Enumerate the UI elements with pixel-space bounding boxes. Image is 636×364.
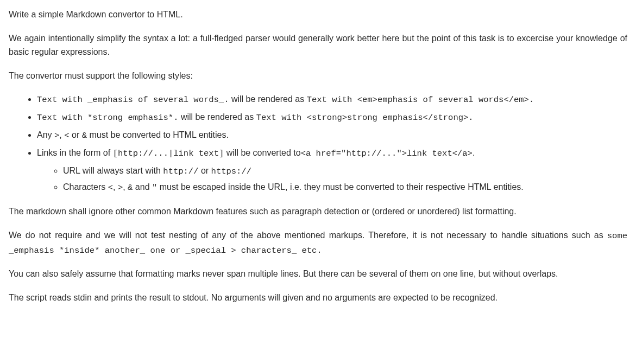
code-quote: " <box>152 183 157 193</box>
code-lt2: < <box>108 183 113 193</box>
code-gt: > <box>54 131 59 141</box>
text: must be escaped inside the URL, i.e. the… <box>157 182 523 191</box>
code-amp: & <box>82 131 87 141</box>
text: URL will always start with <box>63 166 163 175</box>
styles-list: Text with _emphasis of several words_. w… <box>9 92 627 195</box>
paragraph-simplify: We again intentionally simplify the synt… <box>9 31 627 59</box>
paragraph-styles-heading: The convertor must support the following… <box>9 69 627 83</box>
paragraph-ignore: The markdown shall ignore other common M… <box>9 205 627 219</box>
link-subitem-escape: Characters <, >, & and " must be escaped… <box>63 180 627 195</box>
code-emphasis-out: Text with <em>emphasis of several words<… <box>307 95 534 105</box>
style-item-links: Links in the form of [http://...|link te… <box>37 146 627 195</box>
text: , <box>59 130 64 139</box>
paragraph-nesting: We do not require and we will not test n… <box>9 228 627 258</box>
text: , <box>123 182 128 191</box>
links-sublist: URL will always start with http:// or ht… <box>37 164 627 195</box>
paragraph-intro: Write a simple Markdown convertor to HTM… <box>9 8 627 22</box>
code-link-out: <a href="http://...">link text</a> <box>301 149 473 158</box>
text: will be rendered as <box>178 112 256 122</box>
code-link-src: [http://...|link text] <box>113 149 224 158</box>
code-gt2: > <box>118 183 123 193</box>
code-https: https:// <box>211 167 251 176</box>
text: or <box>198 166 211 175</box>
text: Any <box>37 130 54 139</box>
paragraph-multiline: You can also safely assume that formatti… <box>9 267 627 281</box>
code-http: http:// <box>163 167 198 176</box>
code-strong-out: Text with <strong>strong emphasis</stron… <box>256 113 474 123</box>
text: must be converted to HTML entities. <box>87 130 229 139</box>
style-item-entities: Any >, < or & must be converted to HTML … <box>37 128 627 143</box>
text: Characters <box>63 182 108 191</box>
text: We do not require and we will not test n… <box>9 231 607 240</box>
text: will be rendered as <box>229 94 306 104</box>
text: Links in the form of <box>37 148 113 157</box>
paragraph-stdio: The script reads stdin and prints the re… <box>9 291 627 305</box>
text: or <box>70 130 82 139</box>
code-lt: < <box>64 131 69 141</box>
link-subitem-protocol: URL will always start with http:// or ht… <box>63 164 627 178</box>
code-emphasis-src: Text with _emphasis of several words_. <box>37 95 229 105</box>
code-strong-src: Text with *strong emphasis*. <box>37 113 178 123</box>
text: . <box>473 148 475 157</box>
text: will be converted to <box>224 148 300 157</box>
style-item-strong: Text with *strong emphasis*. will be ren… <box>37 110 627 125</box>
style-item-emphasis: Text with _emphasis of several words_. w… <box>37 92 627 107</box>
text: and <box>133 182 152 191</box>
text: , <box>113 182 118 191</box>
